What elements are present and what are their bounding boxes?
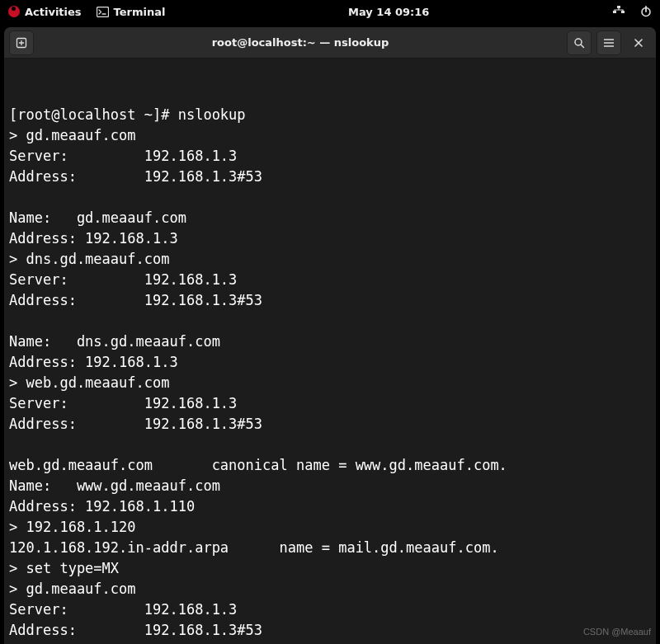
activities-button[interactable]: Activities	[8, 6, 82, 18]
activities-label: Activities	[25, 6, 82, 18]
terminal-line: > gd.meaauf.com	[9, 125, 651, 146]
terminal-line: Server: 192.168.1.3	[9, 270, 651, 290]
svg-line-11	[581, 45, 584, 48]
terminal-line: web.gd.meaauf.com canonical name = www.g…	[9, 455, 651, 476]
terminal-line	[9, 641, 651, 644]
terminal-line: Name: www.gd.meaauf.com	[9, 476, 651, 496]
terminal-line	[9, 435, 651, 455]
terminal-line: Server: 192.168.1.3	[9, 146, 651, 167]
svg-rect-0	[97, 7, 108, 16]
gnome-top-bar: Activities Terminal May 14 09:16	[0, 0, 660, 23]
terminal-window: root@localhost:~ — nslookup [root@localh…	[4, 27, 656, 644]
new-tab-icon	[16, 37, 27, 49]
terminal-line: Server: 192.168.1.3	[9, 393, 651, 414]
terminal-line: [root@localhost ~]# nslookup	[9, 105, 651, 125]
svg-rect-2	[613, 11, 616, 13]
terminal-line: Address: 192.168.1.3	[9, 228, 651, 249]
watermark: CSDN @Meaauf	[583, 622, 651, 642]
terminal-line: > set type=MX	[9, 558, 651, 579]
window-titlebar: root@localhost:~ — nslookup	[4, 27, 656, 59]
power-button[interactable]	[640, 6, 652, 17]
terminal-line: Name: gd.meaauf.com	[9, 208, 651, 228]
terminal-line: 120.1.168.192.in-addr.arpa name = mail.g…	[9, 538, 651, 558]
terminal-line: Address: 192.168.1.110	[9, 496, 651, 517]
terminal-line: > gd.meaauf.com	[9, 579, 651, 599]
terminal-line: Address: 192.168.1.3#53	[9, 167, 651, 187]
terminal-line: Name: dns.gd.meaauf.com	[9, 331, 651, 352]
clock-label: May 14 09:16	[348, 6, 429, 18]
terminal-app-menu[interactable]: Terminal	[97, 6, 166, 18]
terminal-line: Address: 192.168.1.3#53	[9, 414, 651, 435]
terminal-line: > web.gd.meaauf.com	[9, 373, 651, 393]
menu-button[interactable]	[596, 31, 621, 55]
terminal-line: Address: 192.168.1.3#53	[9, 620, 651, 641]
search-icon	[573, 37, 585, 49]
search-button[interactable]	[567, 31, 592, 55]
terminal-icon	[97, 7, 109, 17]
terminal-line: > 192.168.1.120	[9, 517, 651, 538]
new-tab-button[interactable]	[9, 31, 34, 55]
window-title: root@localhost:~ — nslookup	[212, 36, 389, 49]
close-button[interactable]	[626, 31, 651, 55]
svg-rect-3	[621, 11, 625, 13]
terminal-line: > dns.gd.meaauf.com	[9, 249, 651, 270]
terminal-line	[9, 187, 651, 208]
clock[interactable]: May 14 09:16	[348, 6, 429, 18]
terminal-output[interactable]: [root@localhost ~]# nslookup> gd.meaauf.…	[4, 59, 656, 644]
close-icon	[634, 38, 644, 48]
terminal-line: Address: 192.168.1.3	[9, 352, 651, 373]
terminal-line	[9, 311, 651, 331]
network-status-icon[interactable]	[612, 6, 625, 17]
hamburger-icon	[603, 38, 615, 48]
terminal-line: Address: 192.168.1.3#53	[9, 290, 651, 311]
terminal-line: Server: 192.168.1.3	[9, 599, 651, 620]
svg-rect-4	[617, 6, 620, 8]
terminal-app-label: Terminal	[114, 6, 166, 18]
fedora-icon	[8, 6, 20, 17]
